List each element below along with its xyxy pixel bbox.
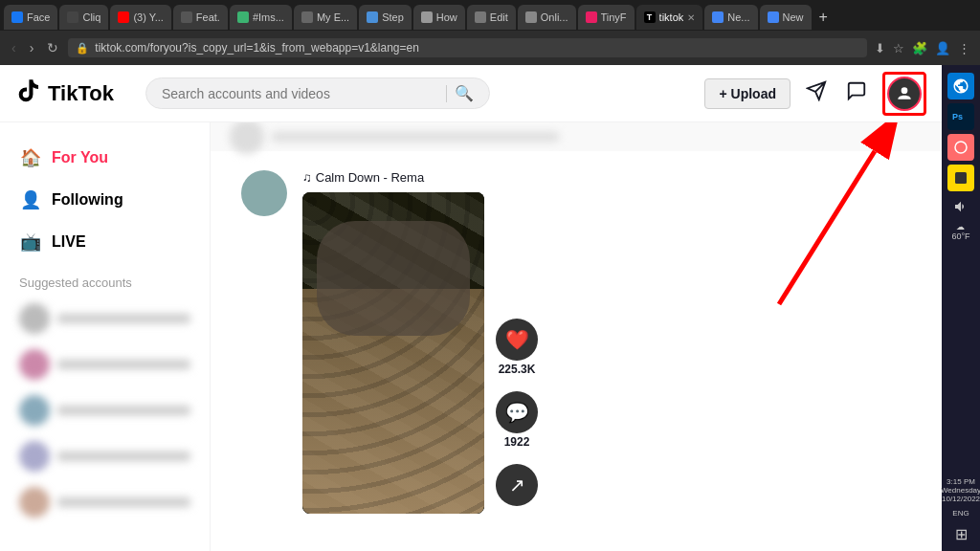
browser-body: TikTok 🔍 + Upload xyxy=(0,65,980,551)
for-you-label: For You xyxy=(52,149,108,166)
live-label: LIVE xyxy=(52,233,86,251)
search-bar[interactable]: 🔍 xyxy=(145,77,490,109)
inbox-icon[interactable] xyxy=(842,77,871,110)
tab-favicon xyxy=(181,11,192,23)
following-icon: 👤 xyxy=(19,189,42,210)
tab-cliq[interactable]: Cliq xyxy=(59,5,108,30)
share-button[interactable]: ↗ xyxy=(496,464,538,506)
search-icon[interactable]: 🔍 xyxy=(455,84,474,102)
tab-favicon xyxy=(712,11,724,23)
tab-favicon xyxy=(421,11,433,23)
video-song: ♫ Calm Down - Rema xyxy=(302,170,911,185)
suggested-account-2[interactable] xyxy=(8,342,202,387)
account-name-5 xyxy=(57,497,190,507)
download-icon[interactable]: ⬇ xyxy=(873,39,887,57)
taskbar-icon-sticky[interactable] xyxy=(947,165,974,191)
forward-button[interactable]: › xyxy=(26,38,38,57)
star-icon[interactable]: ☆ xyxy=(891,39,906,57)
back-button[interactable]: ‹ xyxy=(8,38,20,57)
account-avatar-4 xyxy=(19,441,50,472)
comment-button[interactable]: 💬 1922 xyxy=(496,391,538,449)
suggested-account-3[interactable] xyxy=(8,387,202,433)
nav-actions: ⬇ ☆ 🧩 👤 ⋮ xyxy=(873,39,972,57)
tab-feat[interactable]: Feat. xyxy=(173,5,228,30)
upload-button[interactable]: + Upload xyxy=(704,78,791,109)
tab-new2[interactable]: New xyxy=(760,5,812,30)
search-input[interactable] xyxy=(162,86,438,101)
tab-3[interactable]: (3) Y... xyxy=(110,5,170,30)
video-feed: ♫ Calm Down - Rema ✓ TikTok xyxy=(211,122,942,551)
refresh-button[interactable]: ↻ xyxy=(43,38,62,57)
sidebar-item-live[interactable]: 📺 LIVE xyxy=(8,222,202,262)
account-name-3 xyxy=(57,406,190,415)
tab-tinyf[interactable]: TinyF xyxy=(578,5,635,30)
home-icon: 🏠 xyxy=(19,147,42,168)
video-content: ♫ Calm Down - Rema ✓ TikTok xyxy=(302,170,911,514)
account-name-2 xyxy=(57,360,190,369)
account-avatar-5 xyxy=(19,487,50,518)
taskbar-icon-photoshop[interactable]: Ps xyxy=(947,103,974,130)
sidebar-item-for-you[interactable]: 🏠 For You xyxy=(8,138,202,178)
sidebar-item-following[interactable]: 👤 Following xyxy=(8,180,202,220)
live-icon: 📺 xyxy=(19,231,42,253)
taskbar-icon-bezel[interactable] xyxy=(947,134,974,161)
lock-icon: 🔒 xyxy=(76,42,89,55)
tab-how[interactable]: How xyxy=(413,5,465,30)
tab-step[interactable]: Step xyxy=(359,5,412,30)
tab-edit[interactable]: Edit xyxy=(467,5,516,30)
tiktok-header: TikTok 🔍 + Upload xyxy=(0,65,942,122)
following-label: Following xyxy=(52,191,123,209)
tab-onli[interactable]: Onli... xyxy=(518,5,576,30)
suggested-account-4[interactable] xyxy=(8,433,202,479)
send-icon[interactable] xyxy=(802,77,831,110)
tab-close-icon[interactable]: ✕ xyxy=(687,12,695,23)
tiktok-logo-text: TikTok xyxy=(48,81,114,106)
tab-favicon xyxy=(586,11,597,23)
tab-facebook[interactable]: Face xyxy=(4,5,57,30)
share-icon: ↗ xyxy=(496,464,538,506)
menu-icon[interactable]: ⋮ xyxy=(956,39,972,57)
comment-count: 1922 xyxy=(504,435,530,449)
volume-icon[interactable] xyxy=(953,199,969,214)
music-note-icon: ♫ xyxy=(302,170,312,185)
tab-tiktok[interactable]: T tiktok ✕ xyxy=(636,5,703,30)
url-text: tiktok.com/foryou?is_copy_url=1&is_from_… xyxy=(95,41,859,55)
tab-favicon xyxy=(525,11,537,23)
profile-avatar-button[interactable] xyxy=(887,77,922,111)
tab-favicon xyxy=(237,11,249,23)
prev-avatar xyxy=(230,122,264,154)
time-display: 3:15 PM xyxy=(947,477,975,486)
tab-favicon xyxy=(367,11,378,23)
suggested-accounts-title: Suggested accounts xyxy=(8,264,202,296)
taskbar-icon-edge[interactable] xyxy=(947,73,974,99)
tiktok-logo-icon xyxy=(15,77,42,110)
sidebar: 🏠 For You 👤 Following 📺 LIVE Suggested a… xyxy=(0,122,211,551)
windows-taskbar-right: Ps ☁ 60°F 3:15 PM Wednesday 10/12/2022 E… xyxy=(942,65,980,551)
tab-favicon xyxy=(118,11,129,23)
account-avatar-3 xyxy=(19,395,50,426)
tab-bar: Face Cliq (3) Y... Feat. #Ims... My E...… xyxy=(0,0,980,31)
video-item: ♫ Calm Down - Rema ✓ TikTok xyxy=(241,151,911,533)
extensions-icon[interactable]: 🧩 xyxy=(910,39,929,57)
like-count: 225.3K xyxy=(499,363,536,376)
tab-favicon xyxy=(11,11,23,23)
comment-icon: 💬 xyxy=(496,391,538,433)
song-title: Calm Down - Rema xyxy=(316,170,424,185)
video-thumbnail[interactable]: ✓ TikTok xyxy=(302,192,484,514)
header-actions: + Upload xyxy=(704,72,926,116)
suggested-account-5[interactable] xyxy=(8,479,202,525)
new-tab-button[interactable]: + xyxy=(813,9,834,26)
like-button[interactable]: ❤️ 225.3K xyxy=(496,319,538,376)
svg-point-0 xyxy=(902,87,908,94)
video-actions: ❤️ 225.3K 💬 1922 ↗ xyxy=(496,192,538,514)
tab-ims[interactable]: #Ims... xyxy=(230,5,292,30)
profile-avatar-highlight xyxy=(882,72,926,116)
video-player-wrapper: ✓ TikTok xyxy=(302,192,911,514)
tab-new1[interactable]: Ne... xyxy=(704,5,757,30)
address-bar[interactable]: 🔒 tiktok.com/foryou?is_copy_url=1&is_fro… xyxy=(68,38,867,57)
windows-start-icon[interactable]: ⊞ xyxy=(955,525,968,543)
tab-mye[interactable]: My E... xyxy=(294,5,357,30)
profile-icon[interactable]: 👤 xyxy=(933,39,952,57)
language-display: ENG xyxy=(952,509,969,518)
suggested-account-1[interactable] xyxy=(8,296,202,342)
